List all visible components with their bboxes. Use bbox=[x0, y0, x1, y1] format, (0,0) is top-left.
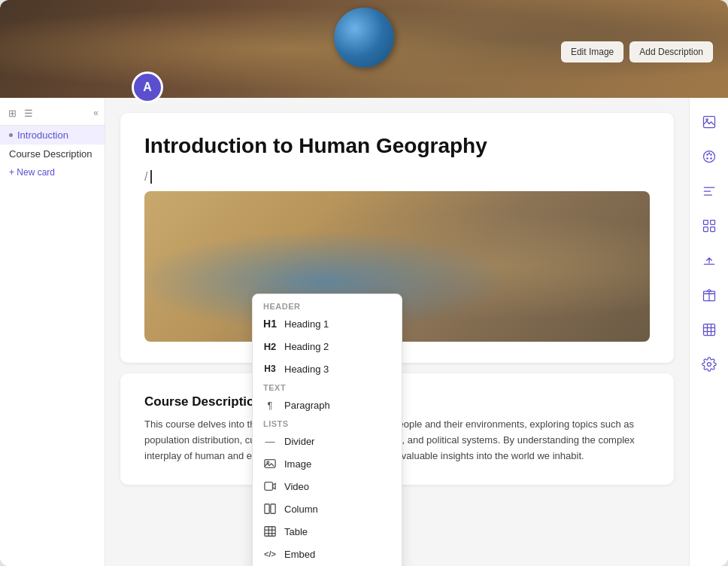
sidebar-item-dot bbox=[9, 133, 13, 137]
main-layout: ⊞ ☰ « Introduction Course Description + … bbox=[0, 98, 728, 566]
svg-rect-2 bbox=[265, 482, 273, 491]
menu-item-heading2[interactable]: H2 Heading 2 bbox=[253, 335, 402, 358]
hero-globe bbox=[334, 8, 394, 68]
svg-point-21 bbox=[710, 157, 712, 160]
upload-tool-icon[interactable] bbox=[697, 248, 721, 272]
editor-title: Introduction to Human Geography bbox=[144, 134, 650, 158]
paragraph-icon: ¶ bbox=[263, 398, 277, 412]
menu-item-heading3-label: Heading 3 bbox=[284, 364, 329, 375]
menu-item-embed[interactable]: </> Embed bbox=[253, 543, 402, 565]
svg-rect-24 bbox=[710, 221, 714, 225]
menu-item-column-label: Column bbox=[284, 504, 318, 515]
avatar[interactable]: A bbox=[132, 72, 163, 103]
svg-rect-25 bbox=[703, 227, 708, 232]
layout-tool-icon[interactable] bbox=[697, 214, 721, 238]
svg-rect-4 bbox=[271, 504, 275, 513]
grid-icon[interactable]: ⊞ bbox=[6, 107, 18, 119]
edit-image-button[interactable]: Edit Image bbox=[561, 41, 623, 62]
gift-tool-icon[interactable] bbox=[697, 283, 721, 307]
svg-point-19 bbox=[710, 154, 712, 156]
svg-point-22 bbox=[708, 153, 710, 155]
h2-icon: H2 bbox=[263, 339, 277, 353]
menu-item-paragraph[interactable]: ¶ Paragraph bbox=[253, 394, 402, 416]
hero-buttons: Edit Image Add Description bbox=[561, 41, 713, 62]
h1-icon: H1 bbox=[263, 317, 277, 330]
column-icon bbox=[263, 502, 277, 516]
image-tool-icon[interactable] bbox=[697, 110, 721, 134]
menu-item-column[interactable]: Column bbox=[253, 498, 402, 520]
menu-item-heading1-label: Heading 1 bbox=[284, 318, 329, 330]
menu-item-image[interactable]: Image bbox=[253, 452, 402, 475]
menu-item-video[interactable]: Video bbox=[253, 475, 402, 498]
svg-point-16 bbox=[705, 119, 708, 121]
svg-point-34 bbox=[707, 363, 711, 367]
video-icon bbox=[263, 479, 277, 493]
sidebar-item-course-description[interactable]: Course Description bbox=[0, 145, 105, 163]
svg-rect-5 bbox=[265, 527, 275, 536]
slash-char: / bbox=[144, 170, 147, 184]
svg-point-20 bbox=[706, 157, 708, 160]
editor-input-area[interactable]: / bbox=[144, 170, 650, 184]
left-sidebar: ⊞ ☰ « Introduction Course Description + … bbox=[0, 98, 105, 566]
svg-rect-29 bbox=[703, 324, 714, 336]
svg-rect-15 bbox=[703, 117, 714, 128]
svg-rect-26 bbox=[710, 227, 714, 232]
sidebar-toolbar: ⊞ ☰ « bbox=[0, 104, 105, 126]
right-sidebar bbox=[689, 98, 728, 566]
sidebar-collapse-button[interactable]: « bbox=[93, 108, 99, 118]
menu-item-paragraph-label: Paragraph bbox=[284, 400, 330, 411]
menu-section-text: Text bbox=[253, 380, 402, 394]
menu-section-header: Header bbox=[253, 299, 402, 312]
add-description-button[interactable]: Add Description bbox=[629, 41, 713, 62]
embed-icon: </> bbox=[263, 547, 277, 561]
app-container: Edit Image Add Description A ⊞ ☰ « Intro… bbox=[0, 0, 728, 566]
h3-icon: H3 bbox=[263, 362, 277, 376]
text-cursor bbox=[150, 170, 152, 184]
table-menu-icon bbox=[263, 525, 277, 538]
menu-item-heading1[interactable]: H1 Heading 1 bbox=[253, 312, 402, 335]
image-menu-icon bbox=[263, 457, 277, 470]
hero-image: Edit Image Add Description bbox=[0, 0, 728, 98]
sidebar-item-introduction[interactable]: Introduction bbox=[0, 126, 105, 145]
menu-section-lists: Lists bbox=[253, 416, 402, 430]
menu-item-divider-label: Divider bbox=[284, 436, 314, 447]
slash-command-dropdown: Header H1 Heading 1 H2 Heading 2 H3 Head… bbox=[252, 294, 402, 566]
new-card-button[interactable]: + New card bbox=[0, 163, 105, 181]
menu-item-heading3[interactable]: H3 Heading 3 bbox=[253, 358, 402, 380]
menu-item-table-label: Table bbox=[284, 526, 308, 537]
menu-item-image-label: Image bbox=[284, 458, 311, 470]
content-area: Introduction to Human Geography / Course… bbox=[105, 98, 689, 566]
svg-rect-3 bbox=[265, 504, 269, 513]
svg-rect-23 bbox=[703, 221, 708, 225]
table-tool-icon[interactable] bbox=[697, 318, 721, 342]
menu-item-divider[interactable]: — Divider bbox=[253, 430, 402, 452]
menu-item-heading2-label: Heading 2 bbox=[284, 341, 329, 352]
palette-tool-icon[interactable] bbox=[697, 145, 721, 169]
sidebar-toolbar-icons: ⊞ ☰ bbox=[6, 107, 35, 119]
menu-item-video-label: Video bbox=[284, 481, 309, 492]
list-icon[interactable]: ☰ bbox=[23, 107, 35, 119]
divider-icon: — bbox=[263, 434, 277, 448]
sidebar-item-course-description-label: Course Description bbox=[9, 148, 93, 160]
menu-item-embed-label: Embed bbox=[284, 549, 315, 560]
sidebar-item-introduction-label: Introduction bbox=[17, 129, 68, 141]
svg-point-18 bbox=[706, 154, 708, 156]
text-tool-icon[interactable] bbox=[697, 179, 721, 203]
settings-tool-icon[interactable] bbox=[697, 352, 721, 376]
menu-item-table[interactable]: Table bbox=[253, 520, 402, 543]
